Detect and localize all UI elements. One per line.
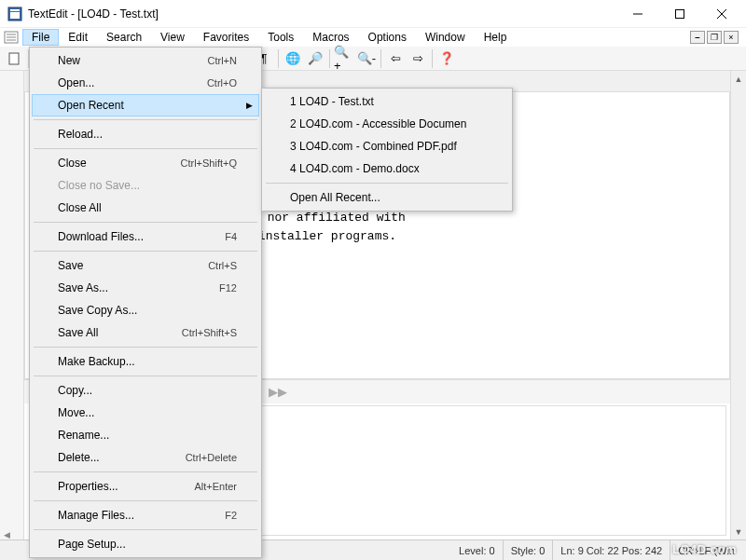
svg-rect-4 [675, 9, 684, 18]
help-icon[interactable]: ❓ [436, 48, 457, 69]
mdi-close[interactable]: × [724, 31, 739, 44]
left-gutter: ◀ [0, 71, 24, 540]
menu-close[interactable]: CloseCtrl+Shift+Q [32, 152, 259, 174]
menu-rename[interactable]: Rename... [32, 424, 259, 446]
menu-edit[interactable]: Edit [59, 29, 97, 46]
chevron-right-icon: ▶ [246, 101, 253, 110]
menu-move[interactable]: Move... [32, 402, 259, 424]
open-recent-submenu: 1 LO4D - Test.txt 2 LO4D.com - Accessibl… [261, 88, 513, 212]
prev-icon[interactable]: ⇦ [385, 48, 406, 69]
menubar-icon [4, 30, 19, 45]
open-all-recent[interactable]: Open All Recent... [264, 186, 510, 209]
menu-reload[interactable]: Reload... [32, 123, 259, 145]
menu-close-no-save: Close no Save... [32, 174, 259, 197]
recent-item-1[interactable]: 1 LO4D - Test.txt [264, 90, 510, 113]
window-controls [616, 1, 742, 27]
menu-favorites[interactable]: Favorites [194, 29, 258, 46]
mdi-restore[interactable]: ❐ [707, 31, 722, 44]
menu-help[interactable]: Help [475, 29, 517, 46]
status-level: Level: 0 [451, 540, 504, 560]
zoom-out-icon[interactable]: 🔍- [356, 48, 377, 69]
menu-window[interactable]: Window [416, 29, 475, 46]
menu-search[interactable]: Search [97, 29, 151, 46]
menu-delete[interactable]: Delete...Ctrl+Delete [32, 446, 259, 469]
svg-rect-1 [10, 9, 20, 11]
menu-download[interactable]: Download Files...F4 [32, 225, 259, 248]
menu-close-all[interactable]: Close All [32, 197, 259, 219]
menu-open-recent[interactable]: Open Recent▶ [32, 94, 259, 116]
window-title: TextEdit - [LO4D - Test.txt] [28, 7, 616, 20]
menu-page-setup[interactable]: Page Setup... [32, 533, 259, 555]
title-bar: TextEdit - [LO4D - Test.txt] [0, 0, 746, 28]
menu-save-all[interactable]: Save AllCtrl+Shift+S [32, 321, 259, 344]
menu-new[interactable]: NewCtrl+N [32, 49, 259, 72]
menu-properties[interactable]: Properties...Alt+Enter [32, 475, 259, 498]
menu-copy[interactable]: Copy... [32, 379, 259, 402]
menu-view[interactable]: View [151, 29, 194, 46]
menu-bar: File Edit Search View Favorites Tools Ma… [0, 28, 746, 47]
menu-tools[interactable]: Tools [258, 29, 303, 46]
new-file-icon[interactable] [4, 48, 24, 69]
recent-item-2[interactable]: 2 LO4D.com - Accessible Documen [264, 113, 510, 135]
recent-item-4[interactable]: 4 LO4D.com - Demo.docx [264, 157, 510, 180]
svg-rect-11 [9, 53, 19, 64]
status-style: Style: 0 [504, 540, 554, 560]
menu-manage-files[interactable]: Manage Files...F2 [32, 504, 259, 526]
app-icon [7, 7, 22, 21]
next-icon[interactable]: ⇨ [408, 48, 428, 69]
watermark: LO4D.com [672, 542, 737, 556]
menu-macros[interactable]: Macros [303, 29, 358, 46]
menu-save[interactable]: SaveCtrl+S [32, 254, 259, 277]
mdi-controls: ‒ ❐ × [690, 31, 742, 44]
menu-save-copy[interactable]: Save Copy As... [32, 299, 259, 321]
scroll-up-icon[interactable]: ▲ [731, 71, 746, 87]
svg-rect-2 [10, 12, 20, 19]
scroll-down-icon[interactable]: ▼ [731, 524, 746, 540]
scroll-left-icon[interactable]: ◀ [4, 530, 10, 540]
menu-backup[interactable]: Make Backup... [32, 350, 259, 373]
status-position: Ln: 9 Col: 22 Pos: 242 [553, 540, 670, 560]
ff-icon[interactable]: ▶▶ [268, 382, 288, 403]
menu-open[interactable]: Open...Ctrl+O [32, 72, 259, 94]
maximize-button[interactable] [658, 1, 700, 27]
menu-save-as[interactable]: Save As...F12 [32, 277, 259, 299]
close-button[interactable] [700, 1, 742, 27]
minimize-button[interactable] [616, 1, 658, 27]
menu-file[interactable]: File [22, 29, 59, 46]
mdi-minimize[interactable]: ‒ [690, 31, 705, 44]
vertical-scrollbar[interactable]: ▲ ▼ [730, 71, 746, 540]
zoom-in-icon[interactable]: 🔍+ [334, 48, 354, 69]
file-menu-dropdown: NewCtrl+N Open...Ctrl+O Open Recent▶ Rel… [29, 47, 262, 558]
recent-item-3[interactable]: 3 LO4D.com - Combined PDF.pdf [264, 135, 510, 157]
web-icon[interactable]: 🌐 [283, 48, 303, 69]
preview-icon[interactable]: 🔎 [305, 48, 325, 69]
menu-options[interactable]: Options [359, 29, 416, 46]
